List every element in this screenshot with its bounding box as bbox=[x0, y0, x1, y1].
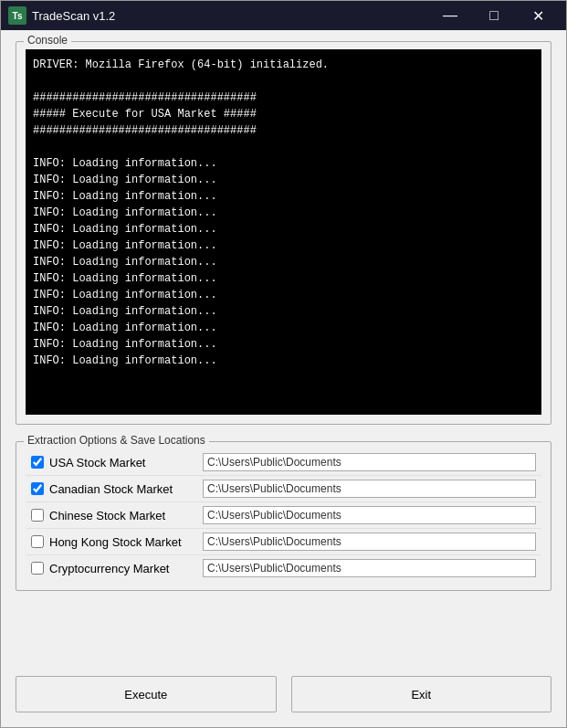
option-row-usa: USA Stock Market bbox=[26, 449, 541, 476]
option-checkbox-crypto[interactable] bbox=[31, 562, 44, 575]
option-label-chinese[interactable]: Chinese Stock Market bbox=[31, 509, 195, 522]
button-row: Execute Exit bbox=[1, 669, 566, 727]
option-row-crypto: Cryptocurrency Market bbox=[26, 555, 541, 581]
extraction-group-label: Extraction Options & Save Locations bbox=[24, 434, 209, 447]
option-checkbox-hongkong[interactable] bbox=[31, 535, 44, 548]
option-row-hongkong: Hong Kong Stock Market bbox=[26, 529, 541, 555]
option-path-chinese[interactable] bbox=[203, 506, 536, 524]
option-label-text-canadian: Canadian Stock Market bbox=[49, 482, 173, 496]
minimize-button[interactable]: — bbox=[429, 1, 471, 30]
option-row-canadian: Canadian Stock Market bbox=[26, 476, 541, 502]
title-bar-controls: — □ ✕ bbox=[429, 1, 559, 30]
option-path-crypto[interactable] bbox=[203, 559, 536, 577]
maximize-button[interactable]: □ bbox=[473, 1, 515, 30]
option-label-canadian[interactable]: Canadian Stock Market bbox=[31, 482, 195, 496]
option-label-crypto[interactable]: Cryptocurrency Market bbox=[31, 562, 195, 575]
option-path-canadian[interactable] bbox=[203, 480, 536, 498]
main-window: Ts TradeScan v1.2 — □ ✕ Console DRIVER: … bbox=[0, 0, 567, 728]
title-bar: Ts TradeScan v1.2 — □ ✕ bbox=[1, 1, 566, 30]
option-label-text-crypto: Cryptocurrency Market bbox=[49, 562, 169, 575]
app-icon-text: Ts bbox=[13, 11, 23, 21]
option-path-usa[interactable] bbox=[203, 453, 536, 471]
option-checkbox-chinese[interactable] bbox=[31, 509, 44, 522]
option-path-hongkong[interactable] bbox=[203, 533, 536, 551]
option-label-text-chinese: Chinese Stock Market bbox=[49, 509, 165, 522]
window-content: Console DRIVER: Mozilla Firefox (64-bit)… bbox=[1, 30, 566, 669]
option-label-text-usa: USA Stock Market bbox=[49, 456, 145, 470]
option-label-hongkong[interactable]: Hong Kong Stock Market bbox=[31, 535, 195, 549]
option-checkbox-usa[interactable] bbox=[31, 456, 44, 469]
option-label-text-hongkong: Hong Kong Stock Market bbox=[49, 535, 182, 549]
console-group: Console DRIVER: Mozilla Firefox (64-bit)… bbox=[16, 41, 551, 425]
options-container: USA Stock MarketCanadian Stock MarketChi… bbox=[26, 449, 541, 581]
extraction-group: Extraction Options & Save Locations USA … bbox=[16, 441, 551, 591]
console-output: DRIVER: Mozilla Firefox (64-bit) initial… bbox=[26, 49, 541, 415]
app-icon: Ts bbox=[8, 6, 26, 25]
option-checkbox-canadian[interactable] bbox=[31, 482, 44, 495]
execute-button[interactable]: Execute bbox=[16, 676, 277, 712]
console-group-label: Console bbox=[24, 34, 71, 47]
close-button[interactable]: ✕ bbox=[517, 1, 559, 30]
exit-button[interactable]: Exit bbox=[291, 676, 552, 712]
option-label-usa[interactable]: USA Stock Market bbox=[31, 456, 195, 470]
title-bar-title: TradeScan v1.2 bbox=[32, 9, 429, 23]
option-row-chinese: Chinese Stock Market bbox=[26, 502, 541, 529]
